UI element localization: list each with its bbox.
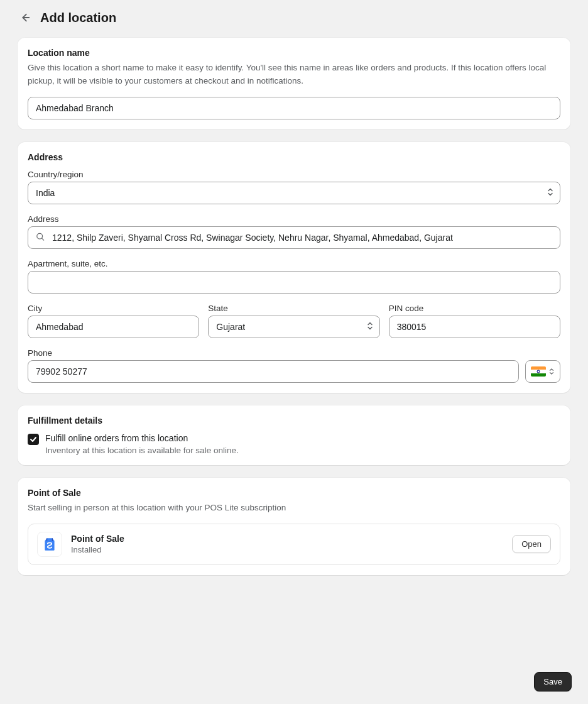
page-title: Add location [40, 11, 116, 25]
back-button[interactable] [18, 10, 33, 25]
pin-label: PIN code [389, 304, 560, 313]
pos-app-status: Installed [71, 545, 503, 554]
address-label: Address [28, 214, 560, 224]
page-header: Add location [18, 10, 570, 25]
pos-app-name: Point of Sale [71, 534, 503, 544]
address-card: Address Country/region India Address [18, 142, 570, 393]
pos-app-row: Point of Sale Installed Open [28, 524, 560, 565]
country-label: Country/region [28, 170, 560, 179]
select-caret-icon [548, 367, 555, 376]
checkmark-icon [30, 436, 37, 443]
pos-card: Point of Sale Start selling in person at… [18, 478, 570, 575]
pos-open-button[interactable]: Open [512, 535, 551, 553]
phone-country-select[interactable] [525, 360, 560, 383]
fulfillment-card: Fulfillment details Fulfill online order… [18, 405, 570, 465]
phone-label: Phone [28, 348, 560, 358]
search-icon [35, 231, 45, 243]
phone-input[interactable] [28, 360, 519, 383]
location-name-input[interactable] [28, 97, 560, 119]
apartment-input[interactable] [28, 271, 560, 294]
location-name-card: Location name Give this location a short… [18, 38, 570, 129]
pin-input[interactable] [389, 316, 560, 338]
location-name-description: Give this location a short name to make … [28, 62, 560, 88]
country-select[interactable]: India [28, 182, 560, 204]
pos-description: Start selling in person at this location… [28, 502, 560, 515]
save-button[interactable]: Save [534, 672, 572, 691]
state-label: State [208, 304, 379, 313]
city-input[interactable] [28, 316, 199, 338]
pos-title: Point of Sale [28, 488, 560, 498]
fulfill-checkbox-sublabel: Inventory at this location is available … [45, 446, 239, 455]
arrow-left-icon [19, 12, 31, 23]
apartment-label: Apartment, suite, etc. [28, 259, 560, 268]
state-select[interactable]: Gujarat [208, 316, 379, 338]
pos-app-icon [37, 532, 62, 557]
fulfillment-title: Fulfillment details [28, 415, 560, 426]
address-input[interactable] [28, 226, 560, 249]
india-flag-icon [531, 366, 546, 377]
address-card-title: Address [28, 152, 560, 162]
fulfill-checkbox-label: Fulfill online orders from this location [45, 433, 239, 443]
city-label: City [28, 304, 199, 313]
fulfill-online-checkbox[interactable] [28, 434, 39, 445]
location-name-title: Location name [28, 48, 560, 58]
